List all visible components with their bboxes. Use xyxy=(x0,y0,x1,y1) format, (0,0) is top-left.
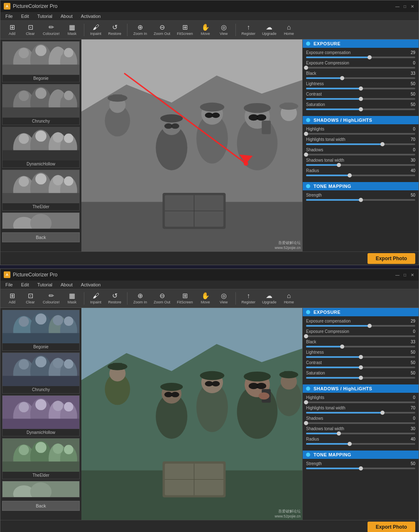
highlights-thumb[interactable] xyxy=(304,132,308,136)
contrast-thumb-b[interactable] xyxy=(359,365,363,369)
preset-chrunchy[interactable]: Chrunchy xyxy=(2,84,80,125)
stw-track-b[interactable] xyxy=(306,433,415,434)
tool-home[interactable]: ⌂ Home xyxy=(281,22,297,37)
tool-mask-b[interactable]: ▦ Mask xyxy=(64,291,81,306)
tool-restore[interactable]: ↺ Restore xyxy=(106,22,124,37)
preset-begonie[interactable]: Begonie xyxy=(2,41,80,82)
back-button[interactable]: Back xyxy=(2,232,80,242)
tool-zoomin-b[interactable]: ⊕ Zoom In xyxy=(131,291,149,306)
minimize-button[interactable]: — xyxy=(394,3,400,9)
tool-register[interactable]: ↑ Register xyxy=(239,22,258,37)
shadows-tonal-track[interactable] xyxy=(306,164,415,166)
radius-thumb-b[interactable] xyxy=(348,442,352,446)
contrast-track[interactable] xyxy=(306,98,415,100)
exposure-comp-track[interactable] xyxy=(306,57,415,58)
tool-restore-b[interactable]: ↺ Restore xyxy=(106,291,124,306)
contrast-thumb[interactable] xyxy=(359,97,363,101)
tool-fitscreen[interactable]: ⊞ FitScreen xyxy=(174,22,196,37)
preset-partial[interactable] xyxy=(2,212,80,229)
highlights-track-b[interactable] xyxy=(306,401,415,403)
preset-dynamichollow-b[interactable]: DynamicHollow xyxy=(2,395,80,436)
lightness-track[interactable] xyxy=(306,88,415,89)
ecompr-track-b[interactable] xyxy=(306,335,415,337)
preset-theelder[interactable]: TheElder xyxy=(2,170,80,211)
preset-chrunchy-b[interactable]: Chrunchy xyxy=(2,352,80,394)
tool-colourize-b[interactable]: ✏ Colourize! xyxy=(40,291,62,306)
tool-move-b[interactable]: ✋ Move xyxy=(197,291,214,306)
radius-track[interactable] xyxy=(306,175,415,176)
strength-thumb-b[interactable] xyxy=(359,466,363,470)
tool-add-b[interactable]: ⊞ Add xyxy=(4,291,20,306)
tool-register-b[interactable]: ↑ Register xyxy=(239,291,258,306)
exposure-comp-thumb[interactable] xyxy=(368,55,372,59)
htw-thumb-b[interactable] xyxy=(380,411,385,415)
tool-clear[interactable]: ⊡ Clear xyxy=(22,22,39,37)
exposure-compr-thumb[interactable] xyxy=(304,66,308,70)
tool-upgrade-b[interactable]: ☁ Upgrade xyxy=(260,291,279,306)
saturation-thumb-b[interactable] xyxy=(359,376,363,380)
radius-thumb[interactable] xyxy=(348,173,352,177)
saturation-track-b[interactable] xyxy=(306,377,415,379)
stw-thumb-b[interactable] xyxy=(337,431,341,436)
ec-track-b[interactable] xyxy=(306,325,415,327)
lightness-thumb[interactable] xyxy=(359,86,363,91)
tool-move[interactable]: ✋ Move xyxy=(197,22,214,37)
tool-zoomin[interactable]: ⊕ Zoom In xyxy=(131,22,149,37)
export-button-top[interactable]: Export Photo xyxy=(368,253,415,264)
menu-edit[interactable]: Edit xyxy=(20,13,31,20)
menu-file[interactable]: File xyxy=(4,13,15,20)
menu-edit-bottom[interactable]: Edit xyxy=(20,281,31,288)
menu-about[interactable]: About xyxy=(59,13,74,20)
menu-activation-bottom[interactable]: Activation xyxy=(79,281,103,288)
export-button-bottom[interactable]: Export Photo xyxy=(368,522,415,532)
tool-zoomout[interactable]: ⊖ Zoom Out xyxy=(151,22,173,37)
saturation-thumb[interactable] xyxy=(359,107,363,111)
tool-colourize[interactable]: ✏ Colourize! xyxy=(40,22,62,37)
shadows-track[interactable] xyxy=(306,154,415,155)
lightness-track-b[interactable] xyxy=(306,356,415,358)
close-button-bottom[interactable]: ✕ xyxy=(409,272,415,278)
htw-track-b[interactable] xyxy=(306,412,415,414)
shadows-track-b[interactable] xyxy=(306,422,415,424)
tool-clear-b[interactable]: ⊡ Clear xyxy=(22,291,39,306)
strength-track[interactable] xyxy=(306,199,415,201)
close-button[interactable]: ✕ xyxy=(409,3,415,9)
black-thumb[interactable] xyxy=(340,76,344,80)
contrast-track-b[interactable] xyxy=(306,367,415,368)
tool-add[interactable]: ⊞ Add xyxy=(4,22,20,37)
tool-home-b[interactable]: ⌂ Home xyxy=(281,291,297,306)
tool-inpaint-b[interactable]: 🖌 Inpaint xyxy=(88,291,104,306)
menu-file-bottom[interactable]: File xyxy=(4,281,15,288)
shadows-tonal-thumb[interactable] xyxy=(337,163,341,167)
shadows-thumb-b[interactable] xyxy=(304,421,308,425)
black-track-b[interactable] xyxy=(306,346,415,347)
maximize-button-bottom[interactable]: □ xyxy=(402,272,408,278)
tool-zoomout-b[interactable]: ⊖ Zoom Out xyxy=(151,291,173,306)
menu-about-bottom[interactable]: About xyxy=(59,281,74,288)
highlights-tonal-thumb[interactable] xyxy=(380,142,385,146)
tool-inpaint[interactable]: 🖌 Inpaint xyxy=(88,22,104,37)
ec-thumb-b[interactable] xyxy=(368,324,372,328)
menu-tutorial-bottom[interactable]: Tutorial xyxy=(36,281,54,288)
saturation-track[interactable] xyxy=(306,108,415,110)
preset-partial-b[interactable] xyxy=(2,481,80,498)
minimize-button-bottom[interactable]: — xyxy=(394,272,400,278)
highlights-tonal-track[interactable] xyxy=(306,143,415,145)
menu-activation[interactable]: Activation xyxy=(79,13,103,20)
preset-dynamichollow[interactable]: DynamicHollow xyxy=(2,127,80,168)
back-button-bottom[interactable]: Back xyxy=(2,501,80,511)
highlights-track[interactable] xyxy=(306,133,415,135)
strength-thumb[interactable] xyxy=(359,198,363,202)
black-thumb-b[interactable] xyxy=(340,345,344,349)
menu-tutorial[interactable]: Tutorial xyxy=(36,13,54,20)
shadows-thumb[interactable] xyxy=(304,153,308,157)
tool-fitscreen-b[interactable]: ⊞ FitScreen xyxy=(174,291,196,306)
preset-theelder-b[interactable]: TheElder xyxy=(2,438,80,479)
preset-begonie-b[interactable]: Begonie xyxy=(2,310,80,351)
highlights-thumb-b[interactable] xyxy=(304,400,308,404)
tool-view-b[interactable]: ◎ View xyxy=(216,291,232,306)
lightness-thumb-b[interactable] xyxy=(359,355,363,359)
tool-view[interactable]: ◎ View xyxy=(216,22,232,37)
tool-mask[interactable]: ▦ Mask xyxy=(64,22,81,37)
exposure-compr-track[interactable] xyxy=(306,67,415,69)
